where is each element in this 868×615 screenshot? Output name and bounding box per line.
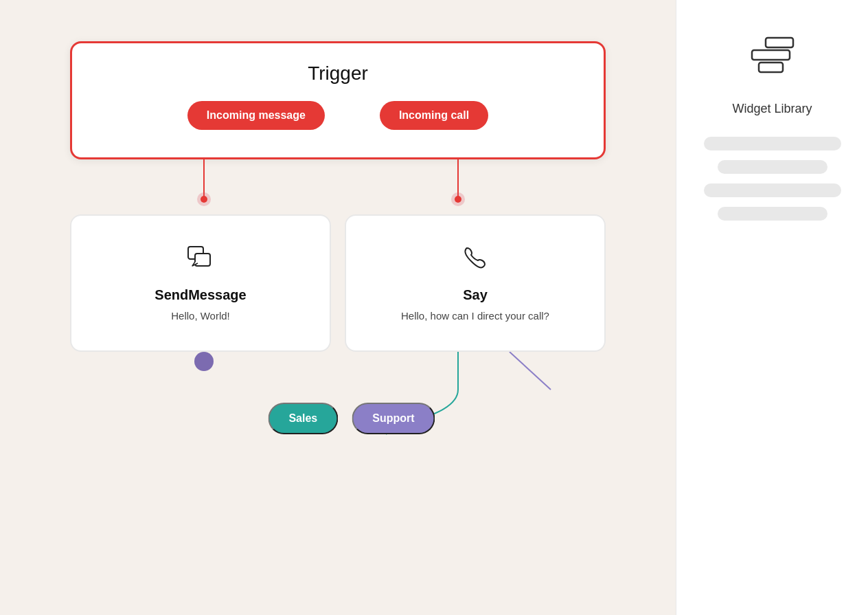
widget-library-title: Widget Library <box>732 102 812 116</box>
svg-point-8 <box>194 352 214 371</box>
widget-library-icon <box>745 27 800 85</box>
send-message-desc: Hello, World! <box>171 309 230 324</box>
support-badge[interactable]: Support <box>352 403 435 434</box>
send-message-title: SendMessage <box>155 287 246 303</box>
chat-icon <box>185 243 216 279</box>
phone-icon <box>460 243 490 279</box>
widget-placeholder-1 <box>704 137 841 150</box>
incoming-message-button[interactable]: Incoming message <box>187 101 325 130</box>
trigger-box: Trigger Incoming message Incoming call <box>70 41 606 159</box>
say-box[interactable]: Say Hello, how can I direct your call? <box>345 214 606 352</box>
svg-point-2 <box>201 196 207 203</box>
trigger-to-action-lines <box>70 159 606 214</box>
svg-line-10 <box>510 352 551 390</box>
svg-rect-11 <box>766 38 793 47</box>
widget-placeholder-3 <box>704 183 841 197</box>
widget-placeholder-2 <box>718 160 827 174</box>
svg-rect-7 <box>195 254 210 266</box>
sales-badge[interactable]: Sales <box>268 403 338 434</box>
widget-placeholder-4 <box>718 207 827 221</box>
incoming-call-button[interactable]: Incoming call <box>380 101 488 130</box>
svg-rect-12 <box>752 50 790 60</box>
svg-point-5 <box>455 196 461 203</box>
say-desc: Hello, how can I direct your call? <box>401 309 549 324</box>
say-title: Say <box>463 287 488 303</box>
action-row: SendMessage Hello, World! Say Hello, how… <box>70 214 606 352</box>
trigger-title: Trigger <box>100 63 576 85</box>
widget-library-sidebar: Widget Library <box>676 0 868 615</box>
svg-rect-13 <box>759 63 783 72</box>
send-message-box[interactable]: SendMessage Hello, World! <box>70 214 331 352</box>
